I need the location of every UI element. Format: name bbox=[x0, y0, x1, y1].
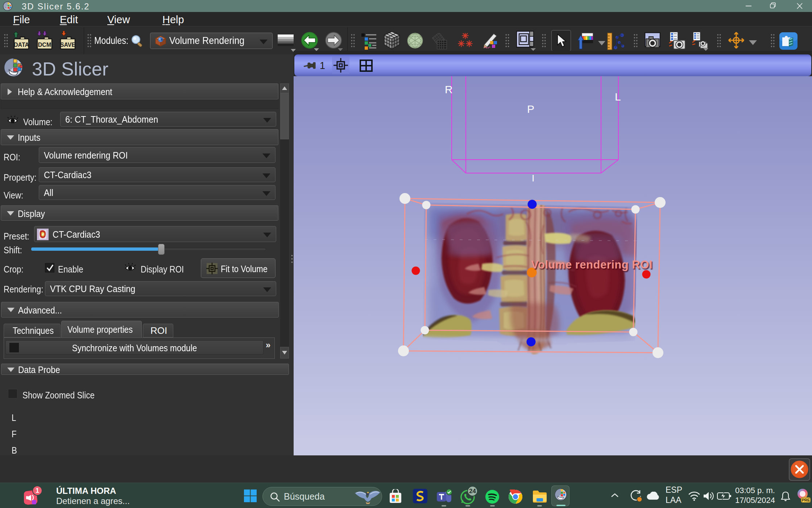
svg-text:SAVE: SAVE bbox=[60, 42, 76, 48]
svg-text:DCM: DCM bbox=[38, 42, 51, 48]
svg-text:DATA: DATA bbox=[14, 42, 29, 48]
svg-text:PRE: PRE bbox=[802, 498, 810, 502]
svg-text:✳: ✳ bbox=[465, 39, 473, 49]
svg-text:✳: ✳ bbox=[457, 39, 465, 49]
